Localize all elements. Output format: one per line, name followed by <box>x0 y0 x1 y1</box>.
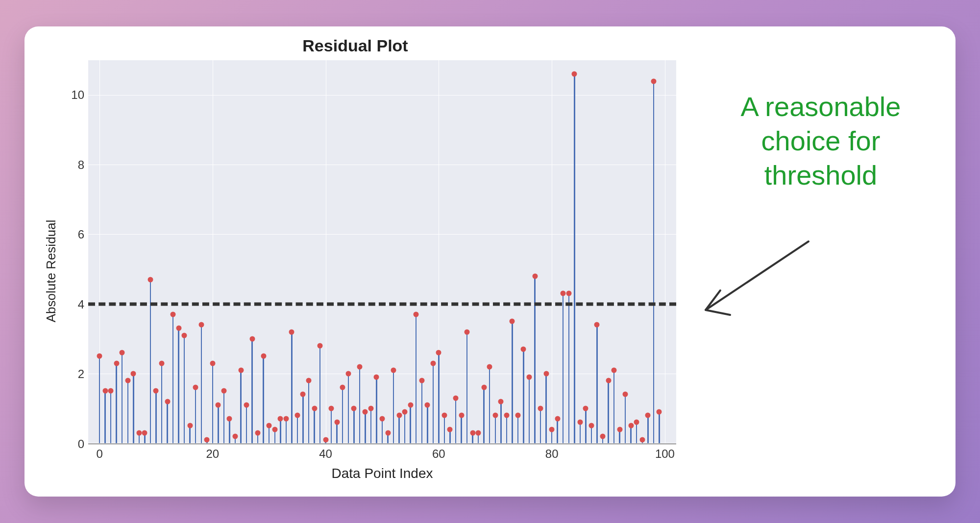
data-marker <box>374 374 379 380</box>
data-marker <box>142 430 147 435</box>
stem <box>444 415 445 443</box>
arrow-icon <box>691 237 818 334</box>
data-marker <box>182 333 187 338</box>
stem <box>370 408 372 443</box>
data-marker <box>289 329 294 334</box>
gridline-h <box>88 234 676 235</box>
data-marker <box>249 336 255 341</box>
data-marker <box>334 420 340 425</box>
plot-column: 020406080100 Data Point Index <box>88 60 676 481</box>
data-marker <box>623 392 628 397</box>
gridline-v <box>326 60 326 443</box>
data-marker <box>566 291 571 296</box>
data-marker <box>476 430 481 435</box>
data-marker <box>572 71 577 77</box>
data-marker <box>414 311 419 317</box>
stem <box>229 419 230 443</box>
data-marker <box>153 388 159 394</box>
data-marker <box>487 364 492 369</box>
x-tick-label: 80 <box>545 447 559 461</box>
data-marker <box>363 409 368 415</box>
x-tick-label: 100 <box>655 447 675 461</box>
stem <box>489 367 490 443</box>
svg-line-0 <box>706 241 808 310</box>
data-marker <box>408 402 413 407</box>
stem <box>172 314 174 443</box>
stem <box>110 391 112 443</box>
data-marker <box>294 413 300 418</box>
data-marker <box>606 378 611 383</box>
data-marker <box>600 433 606 439</box>
data-marker <box>312 405 317 411</box>
stem <box>161 363 163 444</box>
data-marker <box>204 437 210 442</box>
data-marker <box>396 413 402 418</box>
stem <box>127 380 129 443</box>
stem <box>218 405 219 443</box>
data-marker <box>147 277 153 282</box>
stem <box>251 339 253 443</box>
data-marker <box>97 354 102 359</box>
data-marker <box>318 343 323 348</box>
data-marker <box>532 273 538 279</box>
data-marker <box>227 416 232 422</box>
data-marker <box>233 433 238 439</box>
data-marker <box>238 367 244 373</box>
stem <box>382 419 383 443</box>
data-marker <box>419 378 424 383</box>
data-marker <box>504 413 509 418</box>
stem <box>534 276 536 443</box>
data-marker <box>221 388 226 394</box>
data-marker <box>267 423 272 428</box>
data-marker <box>628 423 634 428</box>
stem <box>523 349 524 443</box>
data-marker <box>498 399 504 404</box>
data-marker <box>391 367 396 373</box>
stem <box>427 405 428 443</box>
y-tick-label: 4 <box>78 298 84 311</box>
stem <box>647 415 649 443</box>
data-marker <box>187 423 193 428</box>
annotation-line: A reasonable <box>741 91 901 122</box>
chart-title: Residual Plot <box>39 36 941 55</box>
data-marker <box>340 385 345 390</box>
stem <box>568 293 570 443</box>
stem <box>331 408 332 443</box>
stem <box>585 408 587 443</box>
stem <box>246 405 247 443</box>
stem <box>455 398 457 443</box>
plot-area <box>88 60 676 444</box>
data-marker <box>481 385 487 390</box>
data-marker <box>368 405 373 411</box>
annotation-line: threshold <box>764 160 877 190</box>
data-marker <box>402 409 408 415</box>
data-marker <box>306 378 312 383</box>
annotation-text: A reasonable choice for threshold <box>701 90 941 192</box>
stem <box>223 391 225 443</box>
stem <box>359 367 361 443</box>
data-marker <box>176 326 181 331</box>
data-marker <box>588 423 594 428</box>
stem <box>348 374 349 443</box>
data-marker <box>345 371 351 376</box>
stem <box>636 422 637 443</box>
threshold-line <box>88 302 676 306</box>
y-tick-label: 10 <box>71 88 84 102</box>
stem <box>99 356 100 443</box>
stem <box>574 74 575 443</box>
stem <box>319 346 321 443</box>
data-marker <box>323 437 328 442</box>
data-marker <box>351 405 357 411</box>
data-marker <box>527 374 532 380</box>
stem <box>483 387 485 443</box>
y-tick-label: 0 <box>78 437 84 451</box>
data-marker <box>125 378 130 383</box>
stem <box>342 387 343 443</box>
data-marker <box>283 416 289 422</box>
data-marker <box>657 409 662 415</box>
data-marker <box>612 367 617 373</box>
data-marker <box>255 430 261 435</box>
data-marker <box>470 430 475 435</box>
stem <box>438 353 440 443</box>
data-marker <box>357 364 362 369</box>
